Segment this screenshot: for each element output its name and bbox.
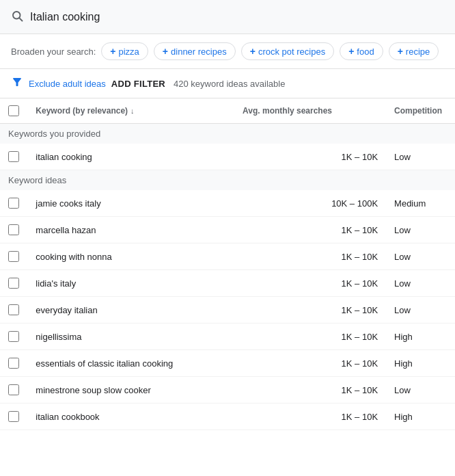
search-bar — [0, 0, 455, 34]
row-checkbox[interactable] — [8, 278, 19, 289]
row-searches: 1K – 10K — [234, 323, 386, 350]
exclude-adult-link[interactable]: Exclude adult ideas — [29, 79, 106, 89]
broaden-row: Broaden your search: + pizza + dinner re… — [0, 34, 455, 69]
header-competition[interactable]: Competition — [386, 98, 455, 124]
row-competition: Low — [386, 243, 455, 270]
row-keyword: lidia's italy — [27, 270, 234, 297]
row-competition: Low — [386, 297, 455, 323]
row-searches: 1K – 10K — [234, 377, 386, 404]
row-keyword: nigellissima — [27, 323, 234, 350]
section-provided: Keywords you provided — [0, 124, 455, 144]
search-icon — [11, 10, 23, 24]
row-checkbox-cell — [0, 323, 27, 350]
broaden-chip-recipe[interactable]: + recipe — [389, 42, 439, 60]
row-checkbox-cell — [0, 404, 27, 430]
table-row: jamie cooks italy 10K – 100K Medium — [0, 190, 455, 217]
table-row: lidia's italy 1K – 10K Low — [0, 270, 455, 297]
row-keyword: minestrone soup slow cooker — [27, 377, 234, 404]
broaden-chip-pizza-label: pizza — [118, 47, 139, 57]
table-row: marcella hazan 1K – 10K Low — [0, 217, 455, 243]
row-competition: High — [386, 404, 455, 430]
row-competition: Low — [386, 270, 455, 297]
row-competition: High — [386, 350, 455, 377]
section-provided-label: Keywords you provided — [0, 124, 455, 144]
header-searches-label: Avg. monthly searches — [243, 106, 332, 116]
broaden-chip-recipe-label: recipe — [406, 47, 430, 57]
broaden-chip-dinner-recipes[interactable]: + dinner recipes — [154, 42, 236, 60]
row-keyword: jamie cooks italy — [27, 190, 234, 217]
row-searches: 1K – 10K — [234, 404, 386, 430]
row-checkbox[interactable] — [8, 304, 19, 315]
row-checkbox-cell — [0, 144, 27, 170]
row-checkbox[interactable] — [8, 331, 19, 342]
row-checkbox-cell — [0, 243, 27, 270]
row-competition: Low — [386, 377, 455, 404]
row-keyword: italian cooking — [27, 144, 234, 170]
keywords-table: Keyword (by relevance) ↓ Avg. monthly se… — [0, 98, 455, 430]
table-row: italian cookbook 1K – 10K High — [0, 404, 455, 430]
row-checkbox-cell — [0, 377, 27, 404]
row-checkbox[interactable] — [8, 411, 19, 422]
svg-line-1 — [19, 18, 22, 21]
row-keyword: everyday italian — [27, 297, 234, 323]
row-competition: Low — [386, 144, 455, 170]
plus-icon: + — [110, 46, 115, 57]
plus-icon: + — [250, 46, 256, 57]
header-checkbox-cell — [0, 98, 27, 124]
header-searches[interactable]: Avg. monthly searches — [234, 98, 386, 124]
section-ideas: Keyword ideas — [0, 170, 455, 191]
row-searches: 1K – 10K — [234, 270, 386, 297]
row-keyword: italian cookbook — [27, 404, 234, 430]
table-row: minestrone soup slow cooker 1K – 10K Low — [0, 377, 455, 404]
broaden-chip-dinner-recipes-label: dinner recipes — [171, 47, 227, 57]
table-row: essentials of classic italian cooking 1K… — [0, 350, 455, 377]
filter-row: Exclude adult ideas ADD FILTER 420 keywo… — [0, 69, 455, 98]
row-searches: 10K – 100K — [234, 190, 386, 217]
row-checkbox-cell — [0, 297, 27, 323]
broaden-label: Broaden your search: — [11, 47, 96, 57]
row-competition: Low — [386, 217, 455, 243]
header-keyword-label: Keyword (by relevance) — [36, 106, 128, 116]
filter-icon — [11, 76, 23, 91]
broaden-chip-crock-pot-recipes[interactable]: + crock pot recipes — [241, 42, 334, 60]
row-keyword: essentials of classic italian cooking — [27, 350, 234, 377]
row-checkbox[interactable] — [8, 251, 19, 262]
add-filter-button[interactable]: ADD FILTER — [111, 79, 165, 89]
row-searches: 1K – 10K — [234, 243, 386, 270]
select-all-checkbox[interactable] — [8, 105, 19, 116]
row-checkbox[interactable] — [8, 384, 19, 395]
keyword-count: 420 keyword ideas available — [174, 79, 285, 89]
broaden-chip-food[interactable]: + food — [340, 42, 383, 60]
plus-icon: + — [348, 46, 354, 57]
row-checkbox-cell — [0, 217, 27, 243]
row-competition: High — [386, 323, 455, 350]
row-competition: Medium — [386, 190, 455, 217]
row-searches: 1K – 10K — [234, 144, 386, 170]
broaden-chip-pizza[interactable]: + pizza — [101, 42, 148, 60]
row-checkbox[interactable] — [8, 224, 19, 235]
row-checkbox-cell — [0, 270, 27, 297]
search-input[interactable] — [30, 11, 444, 23]
row-searches: 1K – 10K — [234, 217, 386, 243]
header-competition-label: Competition — [394, 106, 442, 116]
sort-arrow-icon: ↓ — [130, 107, 135, 115]
broaden-chip-food-label: food — [357, 47, 374, 57]
table-row: nigellissima 1K – 10K High — [0, 323, 455, 350]
broaden-chip-crock-pot-label: crock pot recipes — [258, 47, 325, 57]
row-checkbox[interactable] — [8, 151, 19, 162]
row-keyword: cooking with nonna — [27, 243, 234, 270]
table-row: everyday italian 1K – 10K Low — [0, 297, 455, 323]
row-checkbox-cell — [0, 190, 27, 217]
row-checkbox[interactable] — [8, 358, 19, 369]
table-row: cooking with nonna 1K – 10K Low — [0, 243, 455, 270]
section-ideas-label: Keyword ideas — [0, 170, 455, 191]
row-keyword: marcella hazan — [27, 217, 234, 243]
row-checkbox[interactable] — [8, 198, 19, 209]
table-row: italian cooking 1K – 10K Low — [0, 144, 455, 170]
header-keyword[interactable]: Keyword (by relevance) ↓ — [27, 98, 234, 124]
row-searches: 1K – 10K — [234, 350, 386, 377]
plus-icon: + — [398, 46, 403, 57]
plus-icon: + — [163, 46, 168, 57]
row-checkbox-cell — [0, 350, 27, 377]
row-searches: 1K – 10K — [234, 297, 386, 323]
